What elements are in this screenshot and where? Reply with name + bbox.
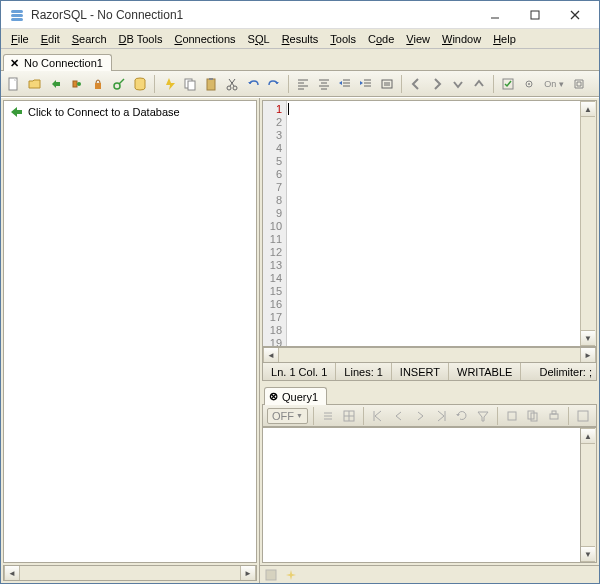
execute-button[interactable] <box>160 75 178 93</box>
disk-icon <box>264 568 278 582</box>
menu-window[interactable]: Window <box>436 31 487 47</box>
editor-vscrollbar[interactable]: ▲ ▼ <box>580 101 596 346</box>
cut-button[interactable] <box>223 75 241 93</box>
maximize-button[interactable] <box>515 4 555 26</box>
scroll-left-icon[interactable]: ◄ <box>263 348 279 362</box>
query-first-button[interactable] <box>369 407 387 425</box>
connection-tabstrip: ✕ No Connection1 <box>1 49 599 71</box>
key-button[interactable] <box>110 75 128 93</box>
svg-rect-2 <box>11 18 23 21</box>
sql-editor-text[interactable] <box>287 101 580 346</box>
connection-tab[interactable]: ✕ No Connection1 <box>3 54 112 71</box>
menubar: File Edit Search DB Tools Connections SQ… <box>1 29 599 49</box>
scroll-left-icon[interactable]: ◄ <box>4 566 20 580</box>
query-last-button[interactable] <box>432 407 450 425</box>
menu-view[interactable]: View <box>400 31 436 47</box>
query-grid-button[interactable] <box>340 407 358 425</box>
scroll-right-icon[interactable]: ► <box>240 566 256 580</box>
outdent-button[interactable] <box>357 75 375 93</box>
minimize-button[interactable] <box>475 4 515 26</box>
query-maximize-button[interactable] <box>574 407 592 425</box>
expand-button[interactable] <box>570 75 588 93</box>
menu-edit[interactable]: Edit <box>35 31 66 47</box>
line-gutter: 123456789101112131415161718192021 <box>263 101 287 346</box>
results-area: ▲ ▼ <box>262 427 597 563</box>
results-vscrollbar[interactable]: ▲ ▼ <box>580 428 596 562</box>
svg-point-19 <box>233 86 237 90</box>
scroll-down-icon[interactable]: ▼ <box>581 330 595 346</box>
connect-arrow-icon <box>8 104 24 120</box>
copy-button[interactable] <box>181 75 199 93</box>
svg-rect-8 <box>73 81 77 87</box>
tab-close-icon[interactable]: ✕ <box>8 57 20 69</box>
svg-line-20 <box>230 79 235 86</box>
body-area: Click to Connect to a Database ◄ ► 12345… <box>1 97 599 583</box>
connect-button[interactable] <box>47 75 65 93</box>
comment-button[interactable] <box>378 75 396 93</box>
settings-button[interactable] <box>520 75 538 93</box>
query-refresh-button[interactable] <box>453 407 471 425</box>
disconnect-button[interactable] <box>68 75 86 93</box>
database-button[interactable] <box>131 75 149 93</box>
navigator-tree[interactable]: Click to Connect to a Database <box>3 100 257 563</box>
query-tab[interactable]: ⊗ Query1 <box>264 387 327 405</box>
query-off-toggle[interactable]: OFF▼ <box>267 408 308 424</box>
open-file-button[interactable] <box>26 75 44 93</box>
app-window: RazorSQL - No Connection1 File Edit Sear… <box>0 0 600 584</box>
menu-sql[interactable]: SQL <box>242 31 276 47</box>
new-file-button[interactable] <box>5 75 23 93</box>
undo-button[interactable] <box>244 75 262 93</box>
menu-file[interactable]: File <box>5 31 35 47</box>
on-toggle-button[interactable]: On ▾ <box>541 75 567 93</box>
connect-prompt[interactable]: Click to Connect to a Database <box>4 101 256 123</box>
svg-point-41 <box>528 83 530 85</box>
navigator-hscrollbar[interactable]: ◄ ► <box>3 565 257 581</box>
window-buttons <box>475 4 595 26</box>
query-tab-label: Query1 <box>282 391 318 403</box>
scroll-up-icon[interactable]: ▲ <box>581 428 595 444</box>
query-copy-button[interactable] <box>524 407 542 425</box>
nav-forward-button[interactable] <box>428 75 446 93</box>
svg-rect-16 <box>207 79 215 90</box>
scroll-down-icon[interactable]: ▼ <box>581 546 595 562</box>
query-export-button[interactable] <box>503 407 521 425</box>
editor-hscrollbar[interactable]: ◄ ► <box>262 347 597 363</box>
lock-button[interactable] <box>89 75 107 93</box>
sql-editor-wrap: 123456789101112131415161718192021 ▲ ▼ ◄ … <box>262 100 597 381</box>
redo-button[interactable] <box>265 75 283 93</box>
caret <box>288 103 289 115</box>
align-left-button[interactable] <box>294 75 312 93</box>
check-button[interactable] <box>499 75 517 93</box>
status-position: Ln. 1 Col. 1 <box>263 363 336 380</box>
menu-help[interactable]: Help <box>487 31 522 47</box>
svg-rect-1 <box>11 14 23 17</box>
close-button[interactable] <box>555 4 595 26</box>
paste-button[interactable] <box>202 75 220 93</box>
nav-up-button[interactable] <box>470 75 488 93</box>
query-close-icon[interactable]: ⊗ <box>269 390 278 403</box>
nav-down-button[interactable] <box>449 75 467 93</box>
query-prev-button[interactable] <box>390 407 408 425</box>
scroll-up-icon[interactable]: ▲ <box>581 101 595 117</box>
indent-button[interactable] <box>336 75 354 93</box>
query-list-button[interactable] <box>319 407 337 425</box>
nav-back-button[interactable] <box>407 75 425 93</box>
status-lines: Lines: 1 <box>336 363 392 380</box>
query-print-button[interactable] <box>545 407 563 425</box>
navigator-panel: Click to Connect to a Database ◄ ► <box>1 98 260 583</box>
scroll-right-icon[interactable]: ► <box>580 348 596 362</box>
svg-rect-36 <box>382 80 392 88</box>
menu-results[interactable]: Results <box>276 31 325 47</box>
query-filter-button[interactable] <box>474 407 492 425</box>
menu-code[interactable]: Code <box>362 31 400 47</box>
menu-dbtools[interactable]: DB Tools <box>113 31 169 47</box>
menu-search[interactable]: Search <box>66 31 113 47</box>
query-next-button[interactable] <box>411 407 429 425</box>
app-icon <box>9 7 25 23</box>
svg-rect-50 <box>508 412 516 420</box>
results-grid[interactable] <box>263 428 580 562</box>
menu-tools[interactable]: Tools <box>324 31 362 47</box>
titlebar: RazorSQL - No Connection1 <box>1 1 599 29</box>
menu-connections[interactable]: Connections <box>168 31 241 47</box>
align-center-button[interactable] <box>315 75 333 93</box>
